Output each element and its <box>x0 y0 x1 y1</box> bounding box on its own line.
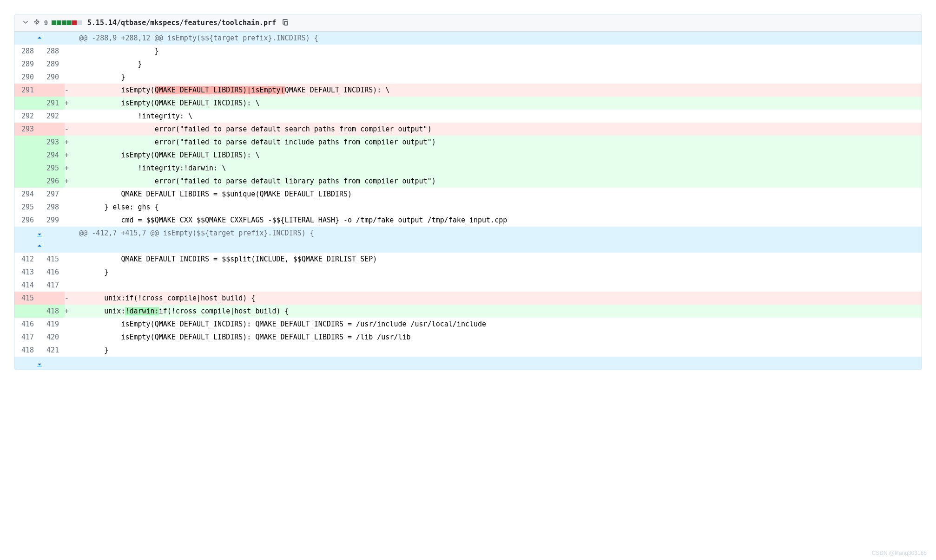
stat-square-neutral <box>77 20 82 25</box>
hunk-header-text: @@ -412,7 +415,7 @@ isEmpty($${target_pr… <box>69 227 922 253</box>
stat-square-add <box>67 20 72 25</box>
new-line-number[interactable]: 420 <box>40 331 65 344</box>
diff-marker <box>65 45 69 58</box>
diff-stat-squares <box>52 20 82 25</box>
diff-marker <box>65 344 69 357</box>
new-line-number[interactable]: 288 <box>40 45 65 58</box>
old-line-number[interactable]: 295 <box>14 201 40 214</box>
old-line-number[interactable]: 413 <box>14 266 40 279</box>
new-line-number[interactable] <box>40 84 65 97</box>
diff-marker <box>65 279 69 292</box>
new-line-number[interactable]: 297 <box>40 188 65 201</box>
diff-line-ctx: 288288 } <box>14 45 922 58</box>
old-line-number[interactable]: 293 <box>14 123 40 136</box>
old-line-number[interactable] <box>14 97 40 110</box>
collapse-chevron-icon[interactable] <box>22 18 29 27</box>
diff-line-add: 293+ error("failed to parse default incl… <box>14 136 922 149</box>
code-content: !integrity:!darwin: \ <box>69 162 922 175</box>
diff-line-add: 295+ !integrity:!darwin: \ <box>14 162 922 175</box>
new-line-number[interactable]: 416 <box>40 266 65 279</box>
new-line-number[interactable]: 298 <box>40 201 65 214</box>
old-line-number[interactable]: 289 <box>14 58 40 71</box>
new-line-number[interactable]: 299 <box>40 214 65 227</box>
new-line-number[interactable]: 290 <box>40 71 65 84</box>
new-line-number[interactable] <box>40 292 65 305</box>
code-content: } <box>69 58 922 71</box>
stat-square-add <box>52 20 56 25</box>
file-path[interactable]: 5.15.14/qtbase/mkspecs/features/toolchai… <box>87 19 276 27</box>
new-line-number[interactable]: 418 <box>40 305 65 318</box>
new-line-number[interactable]: 296 <box>40 175 65 188</box>
code-content: cmd = $$QMAKE_CXX $$QMAKE_CXXFLAGS -$${L… <box>69 214 922 227</box>
old-line-number[interactable] <box>14 149 40 162</box>
inline-diff-highlight: !darwin: <box>125 307 158 315</box>
diff-line-ctx: 417420 isEmpty(QMAKE_DEFAULT_LIBDIRS): Q… <box>14 331 922 344</box>
hunk-header-row: @@ -412,7 +415,7 @@ isEmpty($${target_pr… <box>14 227 922 253</box>
old-line-number[interactable]: 292 <box>14 110 40 123</box>
old-line-number[interactable] <box>14 162 40 175</box>
diff-line-ctx: 416419 isEmpty(QMAKE_DEFAULT_INCDIRS): Q… <box>14 318 922 331</box>
expand-cell[interactable] <box>14 227 65 253</box>
old-line-number[interactable]: 417 <box>14 331 40 344</box>
old-line-number[interactable]: 416 <box>14 318 40 331</box>
copy-path-icon[interactable] <box>282 18 289 27</box>
diff-marker <box>65 266 69 279</box>
diff-line-del: 415- unix:if(!cross_compile|host_build) … <box>14 292 922 305</box>
new-line-number[interactable]: 293 <box>40 136 65 149</box>
new-line-number[interactable]: 421 <box>40 344 65 357</box>
new-line-number[interactable]: 291 <box>40 97 65 110</box>
diff-marker <box>65 110 69 123</box>
diff-marker <box>65 214 69 227</box>
new-line-number[interactable]: 415 <box>40 253 65 266</box>
old-line-number[interactable] <box>14 305 40 318</box>
new-line-number[interactable]: 419 <box>40 318 65 331</box>
diff-line-ctx: 295298 } else: ghs { <box>14 201 922 214</box>
new-line-number[interactable]: 417 <box>40 279 65 292</box>
diff-marker <box>65 331 69 344</box>
new-line-number[interactable]: 294 <box>40 149 65 162</box>
expand-up-icon[interactable] <box>14 240 65 253</box>
hunk-header-text: @@ -288,9 +288,12 @@ isEmpty($${target_p… <box>69 32 922 45</box>
diff-line-add: 296+ error("failed to parse default libr… <box>14 175 922 188</box>
diff-line-ctx: 292292 !integrity: \ <box>14 110 922 123</box>
expand-up-icon[interactable] <box>14 32 65 45</box>
diff-marker: + <box>65 305 69 318</box>
old-line-number[interactable]: 415 <box>14 292 40 305</box>
expand-cell[interactable] <box>14 357 65 370</box>
old-line-number[interactable]: 291 <box>14 84 40 97</box>
old-line-number[interactable] <box>14 136 40 149</box>
diff-line-ctx: 289289 } <box>14 58 922 71</box>
old-line-number[interactable]: 290 <box>14 71 40 84</box>
stat-square-add <box>57 20 61 25</box>
code-content: } <box>69 266 922 279</box>
old-line-number[interactable]: 296 <box>14 214 40 227</box>
diff-marker: - <box>65 292 69 305</box>
old-line-number[interactable] <box>14 175 40 188</box>
hunk-marker <box>65 32 69 45</box>
new-line-number[interactable] <box>40 123 65 136</box>
new-line-number[interactable]: 289 <box>40 58 65 71</box>
svg-rect-3 <box>37 366 42 366</box>
diff-marker: + <box>65 149 69 162</box>
code-content: } <box>69 71 922 84</box>
old-line-number[interactable]: 414 <box>14 279 40 292</box>
expand-down-icon[interactable] <box>14 357 65 370</box>
code-content: error("failed to parse default include p… <box>69 136 922 149</box>
old-line-number[interactable]: 288 <box>14 45 40 58</box>
expand-down-icon[interactable] <box>14 227 65 240</box>
code-content: QMAKE_DEFAULT_INCDIRS = $$split(INCLUDE,… <box>69 253 922 266</box>
old-line-number[interactable]: 418 <box>14 344 40 357</box>
new-line-number[interactable]: 292 <box>40 110 65 123</box>
hunk-header-row: @@ -288,9 +288,12 @@ isEmpty($${target_p… <box>14 32 922 45</box>
diff-line-add: 294+ isEmpty(QMAKE_DEFAULT_LIBDIRS): \ <box>14 149 922 162</box>
inline-diff-highlight: QMAKE_DEFAULT_LIBDIRS)|isEmpty( <box>155 86 285 94</box>
diff-line-ctx: 412415 QMAKE_DEFAULT_INCDIRS = $$split(I… <box>14 253 922 266</box>
expand-cell[interactable] <box>14 32 65 45</box>
expand-row <box>14 357 922 370</box>
code-content: error("failed to parse default library p… <box>69 175 922 188</box>
expand-all-icon[interactable] <box>33 18 40 27</box>
new-line-number[interactable]: 295 <box>40 162 65 175</box>
old-line-number[interactable]: 294 <box>14 188 40 201</box>
code-content: error("failed to parse default search pa… <box>69 123 922 136</box>
old-line-number[interactable]: 412 <box>14 253 40 266</box>
